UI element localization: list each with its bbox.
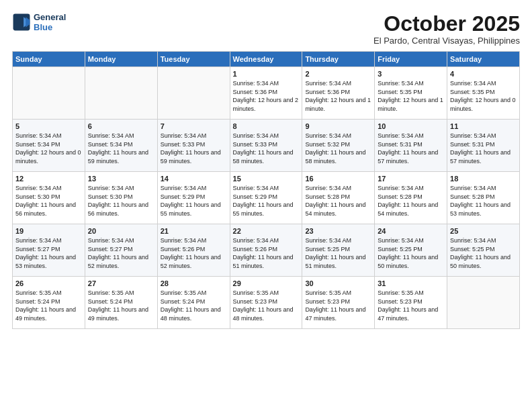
weekday-header-friday: Friday [375, 52, 447, 67]
weekday-header-monday: Monday [85, 52, 157, 67]
calendar-cell [157, 67, 230, 120]
day-number: 26 [15, 279, 82, 287]
day-info: Sunrise: 5:35 AM Sunset: 5:23 PM Dayligh… [378, 289, 444, 322]
day-info: Sunrise: 5:34 AM Sunset: 5:29 PM Dayligh… [233, 184, 300, 218]
calendar-cell: 1Sunrise: 5:34 AM Sunset: 5:36 PM Daylig… [230, 67, 302, 120]
day-info: Sunrise: 5:34 AM Sunset: 5:35 PM Dayligh… [378, 79, 444, 113]
calendar-cell: 30Sunrise: 5:35 AM Sunset: 5:23 PM Dayli… [302, 277, 375, 329]
calendar-cell: 9Sunrise: 5:34 AM Sunset: 5:32 PM Daylig… [302, 120, 375, 172]
calendar-cell: 2Sunrise: 5:34 AM Sunset: 5:36 PM Daylig… [302, 67, 375, 120]
calendar-cell: 29Sunrise: 5:35 AM Sunset: 5:23 PM Dayli… [230, 277, 302, 329]
calendar-cell: 14Sunrise: 5:34 AM Sunset: 5:29 PM Dayli… [157, 172, 230, 224]
day-number: 20 [88, 227, 154, 235]
day-number: 10 [378, 122, 444, 130]
day-number: 21 [161, 227, 227, 235]
day-number: 12 [15, 175, 82, 183]
day-info: Sunrise: 5:34 AM Sunset: 5:31 PM Dayligh… [378, 132, 444, 165]
week-row-3: 12Sunrise: 5:34 AM Sunset: 5:30 PM Dayli… [13, 172, 520, 224]
calendar-cell: 22Sunrise: 5:34 AM Sunset: 5:26 PM Dayli… [230, 224, 302, 277]
logo: General Blue [12, 12, 66, 32]
weekday-header-wednesday: Wednesday [230, 52, 302, 67]
weekday-header-tuesday: Tuesday [157, 52, 230, 67]
week-row-1: 1Sunrise: 5:34 AM Sunset: 5:36 PM Daylig… [13, 67, 520, 120]
calendar-cell: 28Sunrise: 5:35 AM Sunset: 5:24 PM Dayli… [157, 277, 230, 329]
day-info: Sunrise: 5:34 AM Sunset: 5:28 PM Dayligh… [305, 184, 371, 218]
calendar-cell: 15Sunrise: 5:34 AM Sunset: 5:29 PM Dayli… [230, 172, 302, 224]
calendar-cell: 25Sunrise: 5:34 AM Sunset: 5:25 PM Dayli… [447, 224, 520, 277]
day-number: 23 [305, 227, 371, 235]
calendar-cell [13, 67, 85, 120]
calendar-cell: 7Sunrise: 5:34 AM Sunset: 5:33 PM Daylig… [157, 120, 230, 172]
header: General Blue October 2025 El Pardo, Cent… [12, 12, 520, 46]
day-number: 1 [233, 70, 300, 78]
day-number: 31 [378, 279, 444, 287]
day-number: 15 [233, 175, 300, 183]
day-number: 19 [15, 227, 82, 235]
logo-text: General Blue [34, 12, 66, 32]
day-info: Sunrise: 5:34 AM Sunset: 5:31 PM Dayligh… [450, 132, 517, 165]
calendar-container: General Blue October 2025 El Pardo, Cent… [0, 0, 532, 336]
calendar-cell: 10Sunrise: 5:34 AM Sunset: 5:31 PM Dayli… [375, 120, 447, 172]
calendar-cell: 23Sunrise: 5:34 AM Sunset: 5:25 PM Dayli… [302, 224, 375, 277]
day-info: Sunrise: 5:34 AM Sunset: 5:30 PM Dayligh… [88, 184, 154, 218]
day-number: 13 [88, 175, 154, 183]
day-number: 22 [233, 227, 300, 235]
day-number: 25 [450, 227, 517, 235]
title-block: October 2025 El Pardo, Central Visayas, … [373, 12, 520, 46]
day-number: 7 [161, 122, 227, 130]
day-number: 8 [233, 122, 300, 130]
calendar-cell [85, 67, 157, 120]
day-number: 18 [450, 175, 517, 183]
logo-icon [12, 13, 31, 32]
calendar-cell: 31Sunrise: 5:35 AM Sunset: 5:23 PM Dayli… [375, 277, 447, 329]
calendar-cell: 21Sunrise: 5:34 AM Sunset: 5:26 PM Dayli… [157, 224, 230, 277]
day-info: Sunrise: 5:34 AM Sunset: 5:25 PM Dayligh… [450, 236, 517, 270]
weekday-header-thursday: Thursday [302, 52, 375, 67]
day-number: 4 [450, 70, 517, 78]
calendar-cell: 11Sunrise: 5:34 AM Sunset: 5:31 PM Dayli… [447, 120, 520, 172]
month-title: October 2025 [373, 12, 520, 36]
weekday-header-sunday: Sunday [13, 52, 85, 67]
calendar-cell: 6Sunrise: 5:34 AM Sunset: 5:34 PM Daylig… [85, 120, 157, 172]
day-info: Sunrise: 5:34 AM Sunset: 5:25 PM Dayligh… [378, 236, 444, 270]
day-number: 11 [450, 122, 517, 130]
day-number: 9 [305, 122, 371, 130]
weekday-header-row: SundayMondayTuesdayWednesdayThursdayFrid… [13, 52, 520, 67]
day-number: 29 [233, 279, 300, 287]
calendar-cell [447, 277, 520, 329]
calendar-cell: 27Sunrise: 5:35 AM Sunset: 5:24 PM Dayli… [85, 277, 157, 329]
calendar-cell: 24Sunrise: 5:34 AM Sunset: 5:25 PM Dayli… [375, 224, 447, 277]
calendar-cell: 5Sunrise: 5:34 AM Sunset: 5:34 PM Daylig… [13, 120, 85, 172]
day-number: 2 [305, 70, 371, 78]
day-info: Sunrise: 5:34 AM Sunset: 5:30 PM Dayligh… [15, 184, 82, 218]
day-info: Sunrise: 5:35 AM Sunset: 5:24 PM Dayligh… [15, 289, 82, 322]
day-number: 3 [378, 70, 444, 78]
day-info: Sunrise: 5:34 AM Sunset: 5:33 PM Dayligh… [233, 132, 300, 165]
day-info: Sunrise: 5:34 AM Sunset: 5:26 PM Dayligh… [233, 236, 300, 270]
calendar-cell: 3Sunrise: 5:34 AM Sunset: 5:35 PM Daylig… [375, 67, 447, 120]
day-info: Sunrise: 5:34 AM Sunset: 5:32 PM Dayligh… [305, 132, 371, 165]
calendar-cell: 8Sunrise: 5:34 AM Sunset: 5:33 PM Daylig… [230, 120, 302, 172]
calendar-table: SundayMondayTuesdayWednesdayThursdayFrid… [12, 51, 520, 329]
day-number: 16 [305, 175, 371, 183]
day-info: Sunrise: 5:35 AM Sunset: 5:23 PM Dayligh… [233, 289, 300, 322]
day-info: Sunrise: 5:34 AM Sunset: 5:33 PM Dayligh… [161, 132, 227, 165]
day-info: Sunrise: 5:34 AM Sunset: 5:26 PM Dayligh… [161, 236, 227, 270]
day-info: Sunrise: 5:34 AM Sunset: 5:28 PM Dayligh… [450, 184, 517, 218]
weekday-header-saturday: Saturday [447, 52, 520, 67]
day-info: Sunrise: 5:34 AM Sunset: 5:28 PM Dayligh… [378, 184, 444, 218]
calendar-cell: 19Sunrise: 5:34 AM Sunset: 5:27 PM Dayli… [13, 224, 85, 277]
calendar-cell: 20Sunrise: 5:34 AM Sunset: 5:27 PM Dayli… [85, 224, 157, 277]
day-info: Sunrise: 5:34 AM Sunset: 5:25 PM Dayligh… [305, 236, 371, 270]
week-row-5: 26Sunrise: 5:35 AM Sunset: 5:24 PM Dayli… [13, 277, 520, 329]
day-number: 27 [88, 279, 154, 287]
day-number: 24 [378, 227, 444, 235]
day-info: Sunrise: 5:35 AM Sunset: 5:24 PM Dayligh… [88, 289, 154, 322]
day-info: Sunrise: 5:34 AM Sunset: 5:35 PM Dayligh… [450, 79, 517, 113]
day-info: Sunrise: 5:34 AM Sunset: 5:27 PM Dayligh… [88, 236, 154, 270]
day-info: Sunrise: 5:34 AM Sunset: 5:27 PM Dayligh… [15, 236, 82, 270]
day-info: Sunrise: 5:35 AM Sunset: 5:23 PM Dayligh… [305, 289, 371, 322]
day-info: Sunrise: 5:34 AM Sunset: 5:36 PM Dayligh… [305, 79, 371, 113]
day-info: Sunrise: 5:34 AM Sunset: 5:29 PM Dayligh… [161, 184, 227, 218]
week-row-4: 19Sunrise: 5:34 AM Sunset: 5:27 PM Dayli… [13, 224, 520, 277]
